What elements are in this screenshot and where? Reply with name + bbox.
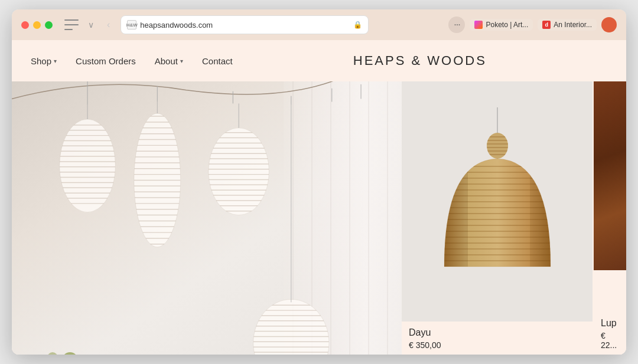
- address-bar[interactable]: H&W heapsandwoods.com 🔒: [121, 15, 369, 34]
- shop-chevron-icon: ▾: [54, 58, 57, 64]
- back-arrow-icon[interactable]: ‹: [103, 18, 113, 31]
- site-title: HEAPS & WOODS: [233, 53, 607, 68]
- interior-favicon: d: [542, 21, 551, 29]
- main-content: Dayu € 350,00 Lup € 22...: [12, 81, 626, 355]
- dayu-lamp-svg: [438, 107, 556, 296]
- product-card-lup[interactable]: Lup € 22...: [594, 81, 626, 355]
- product-card-dayu[interactable]: Dayu € 350,00: [402, 81, 593, 355]
- sidebar-toggle-icon[interactable]: [64, 19, 79, 30]
- favicon-text: H&W: [126, 22, 138, 28]
- nav-custom-orders-label: Custom Orders: [76, 56, 136, 66]
- nav-about-label: About: [155, 56, 178, 66]
- bookmark-interior[interactable]: d An Interior...: [538, 19, 597, 31]
- svg-point-55: [209, 128, 269, 215]
- svg-point-14: [60, 119, 116, 212]
- svg-point-87: [62, 352, 79, 355]
- products-section: Dayu € 350,00 Lup € 22...: [402, 81, 626, 355]
- dayu-name: Dayu: [409, 327, 585, 338]
- lup-name: Lup: [601, 318, 619, 329]
- lup-product-image: [594, 81, 626, 312]
- about-chevron-icon: ▾: [180, 58, 183, 64]
- svg-point-31: [134, 113, 181, 247]
- svg-point-8: [134, 113, 181, 247]
- site-navigation: Shop ▾ Custom Orders About ▾ Contact HEA…: [12, 40, 626, 81]
- nav-custom-orders[interactable]: Custom Orders: [76, 56, 136, 66]
- svg-point-90: [47, 352, 58, 355]
- product-grid: Dayu € 350,00 Lup € 22...: [402, 81, 626, 355]
- url-text: heapsandwoods.com: [140, 21, 350, 29]
- browser-window: ∨ ‹ H&W heapsandwoods.com 🔒 ··· Poketo |…: [12, 9, 626, 355]
- dayu-product-info: Dayu € 350,00: [402, 322, 593, 355]
- curtain-background: [284, 81, 402, 355]
- lup-price: € 22...: [601, 331, 619, 350]
- toolbar-right: ··· Poketo | Art... d An Interior...: [448, 17, 617, 33]
- hero-section: [12, 81, 402, 355]
- site-favicon: H&W: [127, 20, 136, 29]
- more-menu-button[interactable]: ···: [448, 17, 465, 33]
- user-avatar[interactable]: [601, 17, 617, 32]
- bookmark-poketo[interactable]: Poketo | Art...: [470, 19, 533, 31]
- svg-rect-118: [530, 159, 554, 271]
- interior-label: An Interior...: [554, 21, 592, 29]
- svg-point-10: [209, 128, 269, 215]
- minimize-button[interactable]: [33, 21, 41, 29]
- website-content: Shop ▾ Custom Orders About ▾ Contact HEA…: [12, 40, 626, 355]
- svg-point-6: [60, 119, 116, 212]
- dayu-price: € 350,00: [409, 340, 585, 350]
- dayu-lamp-visual: [402, 81, 593, 322]
- dayu-product-image: [402, 81, 593, 322]
- maximize-button[interactable]: [45, 21, 53, 29]
- lock-icon: 🔒: [353, 21, 362, 29]
- poketo-label: Poketo | Art...: [486, 21, 528, 29]
- poketo-favicon: [474, 21, 483, 29]
- sidebar-chevron-icon[interactable]: ∨: [86, 19, 96, 31]
- nav-about[interactable]: About ▾: [155, 56, 183, 66]
- nav-shop[interactable]: Shop ▾: [31, 56, 57, 66]
- nav-contact-label: Contact: [202, 56, 233, 66]
- nav-contact[interactable]: Contact: [202, 56, 233, 66]
- lup-product-info: Lup € 22...: [594, 312, 626, 355]
- close-button[interactable]: [21, 21, 29, 29]
- browser-titlebar: ∨ ‹ H&W heapsandwoods.com 🔒 ··· Poketo |…: [12, 9, 626, 40]
- nav-shop-label: Shop: [31, 56, 51, 66]
- traffic-lights: [21, 21, 53, 29]
- nav-left: Shop ▾ Custom Orders About ▾ Contact: [31, 56, 233, 66]
